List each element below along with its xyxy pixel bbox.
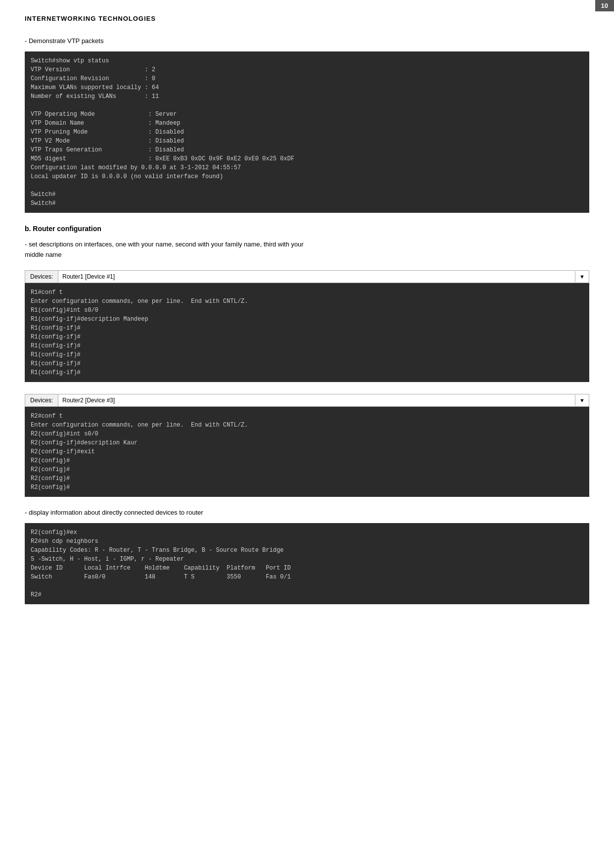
device2-arrow[interactable]: ▼ <box>575 395 589 406</box>
device2-value[interactable]: Router2 [Device #3] <box>58 394 575 406</box>
router1-block: Devices: Router1 [Device #1] ▼ R1#conf t… <box>25 270 589 382</box>
router2-block: Devices: Router2 [Device #3] ▼ R2#conf t… <box>25 394 589 497</box>
router-intro2: middle name <box>25 251 589 258</box>
cdp-terminal: R2(config)#ex R2#sh cdp neighbors Capabi… <box>25 523 589 604</box>
device1-label: Devices: <box>25 271 58 283</box>
vtp-terminal: Switch#show vtp status VTP Version : 2 C… <box>25 51 589 213</box>
router-section-heading: b. Router configuration <box>25 225 589 233</box>
device1-selector[interactable]: Devices: Router1 [Device #1] ▼ <box>25 270 589 283</box>
router1-terminal: R1#conf t Enter configuration commands, … <box>25 283 589 382</box>
device2-label: Devices: <box>25 394 58 406</box>
device1-arrow[interactable]: ▼ <box>575 271 589 282</box>
device2-selector[interactable]: Devices: Router2 [Device #3] ▼ <box>25 394 589 407</box>
router2-terminal: R2#conf t Enter configuration commands, … <box>25 407 589 497</box>
router-intro: - set descriptions on interfaces, one wi… <box>25 241 589 248</box>
vtp-intro: - Demonstrate VTP packets <box>25 37 589 45</box>
cdp-intro: - display information about directly con… <box>25 509 589 516</box>
page-number: 10 <box>595 0 614 11</box>
device1-value[interactable]: Router1 [Device #1] <box>58 271 575 283</box>
page-title: INTERNETWORKING TECHNOLOGIES <box>25 15 589 22</box>
